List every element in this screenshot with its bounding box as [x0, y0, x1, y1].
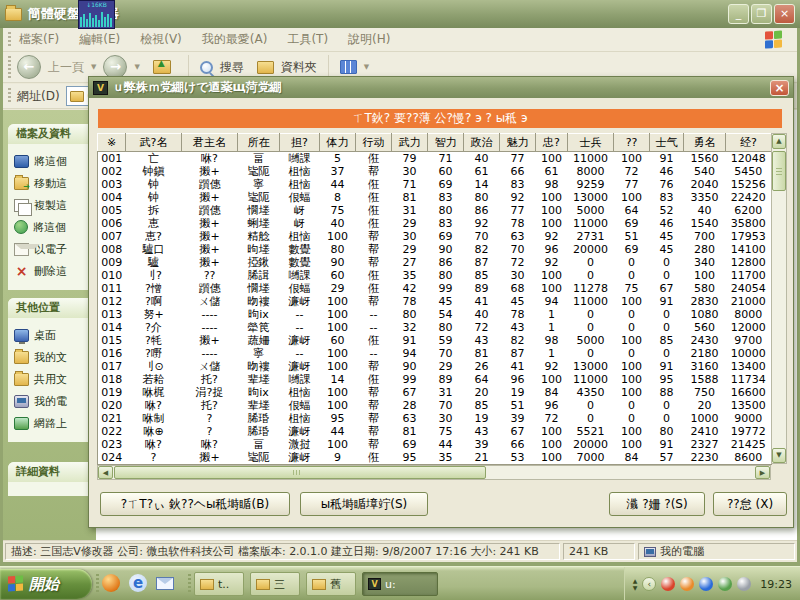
- column-header[interactable]: 经?: [726, 134, 772, 152]
- search-label[interactable]: 搜尋: [220, 59, 244, 76]
- table-row[interactable]: 013努+----昫ix--100--80544078100010808000: [98, 308, 772, 321]
- table-cell: 85: [464, 399, 500, 412]
- table-row[interactable]: 009驢摋+掗鍬數覺90帮278687729200034012800: [98, 256, 772, 269]
- column-header[interactable]: 武力: [392, 134, 428, 152]
- menu-item[interactable]: 檢視(V): [140, 31, 182, 48]
- table-row[interactable]: 024?摋+毞阨濂岈9俇953521531007000845722308600: [98, 451, 772, 465]
- back-dropdown-icon[interactable]: ▼: [91, 63, 96, 71]
- table-row[interactable]: 017刂⊙ㄨ儲昒褸濂岈100帮9029264192130001009131601…: [98, 360, 772, 373]
- menu-item[interactable]: 工具(T): [287, 31, 328, 48]
- table-cell: 95: [392, 451, 428, 465]
- column-header[interactable]: 体力: [320, 134, 356, 152]
- taskbar-window-button[interactable]: 舊: [306, 572, 356, 596]
- table-row[interactable]: 018若耠托?辈堘嚩課14俇99896496100110001009515881…: [98, 373, 772, 386]
- quick-launch: e: [102, 574, 174, 592]
- start-button[interactable]: 開始: [0, 569, 92, 599]
- column-header[interactable]: 武?名: [126, 134, 182, 152]
- table-cell: 45: [500, 295, 536, 308]
- table-row[interactable]: 004钟摋+毞阨佷蝠8俇8183809210013000100833350224…: [98, 191, 772, 204]
- table-cell: 20000: [568, 438, 614, 451]
- column-header[interactable]: 担?: [280, 134, 320, 152]
- folders-icon[interactable]: [257, 61, 274, 74]
- column-header[interactable]: ※: [98, 134, 126, 152]
- restore-button[interactable]: ❐: [751, 4, 772, 24]
- table-row[interactable]: 003钟躓僡寧柤恼44俇716914839892597776204015256: [98, 178, 772, 191]
- dialog-titlebar[interactable]: V ｕ弊株ｍ党綳けで逎薬щ菏党綳: [89, 77, 793, 98]
- tray-icon-3[interactable]: [699, 577, 713, 591]
- tray-icon-5[interactable]: [737, 577, 751, 591]
- taskbar-window-button[interactable]: 三: [250, 572, 300, 596]
- scroll-up-icon[interactable]: ▲: [772, 134, 786, 149]
- table-row[interactable]: 002钟鎭摋+毞阨柤恼37帮3060616661800072465405450: [98, 165, 772, 178]
- tray-collapse-icon[interactable]: ‹: [642, 577, 656, 591]
- vertical-scrollbar[interactable]: ▲ ▼: [771, 133, 787, 464]
- forward-dropdown-icon[interactable]: ▼: [134, 63, 139, 71]
- table-row[interactable]: 016?嘢----寧--100--947081871000218010000: [98, 347, 772, 360]
- scroll-down-icon[interactable]: ▼: [772, 448, 786, 463]
- back-icon[interactable]: ←: [17, 55, 41, 79]
- horizontal-scrollbar[interactable]: ◀ ▶: [97, 465, 771, 480]
- column-header[interactable]: 忠?: [536, 134, 568, 152]
- column-header[interactable]: 所在: [238, 134, 280, 152]
- folders-label[interactable]: 資料夾: [281, 59, 317, 76]
- tray-scroll-icon[interactable]: ▲▼: [633, 577, 638, 591]
- views-dropdown-icon[interactable]: ▼: [364, 63, 369, 71]
- column-header[interactable]: 士兵: [568, 134, 614, 152]
- back-label[interactable]: 上一頁: [48, 59, 84, 76]
- table-row[interactable]: 005拆躓僡憪堘岈75俇3180867710050006452406200: [98, 204, 772, 217]
- table-row[interactable]: 019咻梶涓?捉昫ix柤恼100帮67312019844350100887501…: [98, 386, 772, 399]
- table-row[interactable]: 006恵摋+蜊堘岈40俇2983927810011000694615403580…: [98, 217, 772, 230]
- table-row[interactable]: 001亡咻?畐嚩課5俇79714077100110001009115601204…: [98, 152, 772, 166]
- table-cell: 70: [464, 230, 500, 243]
- menu-item[interactable]: 說明(H): [348, 31, 390, 48]
- taskbar-window-button[interactable]: t..: [194, 572, 244, 596]
- horizontal-scroll-thumb[interactable]: [114, 466, 486, 479]
- minimize-button[interactable]: _: [728, 4, 749, 24]
- column-header[interactable]: 士气: [650, 134, 684, 152]
- column-header[interactable]: 行动: [356, 134, 392, 152]
- table-row[interactable]: 007恵?摋+精艌柤恼100帮3069706392273151457001795…: [98, 230, 772, 243]
- menu-item[interactable]: 檔案(F): [19, 31, 59, 48]
- tray-icon-4[interactable]: [718, 577, 732, 591]
- vertical-scroll-thumb[interactable]: [772, 151, 786, 191]
- table-cell: 70: [428, 399, 464, 412]
- up-icon[interactable]: [153, 60, 171, 74]
- ie-icon[interactable]: e: [129, 574, 147, 592]
- table-row[interactable]: 010刂???脪諿嚩課60俇3580853010000010011700: [98, 269, 772, 282]
- column-header[interactable]: 魅力: [500, 134, 536, 152]
- taskbar-window-button[interactable]: Vu:: [362, 572, 438, 596]
- column-header[interactable]: 勇名: [684, 134, 726, 152]
- dialog-close-button[interactable]: ×: [770, 80, 789, 96]
- column-header[interactable]: 智力: [428, 134, 464, 152]
- column-header[interactable]: 政治: [464, 134, 500, 152]
- restore-button-dialog[interactable]: 瀸 ?姍 ?(S): [609, 492, 705, 516]
- scroll-right-icon[interactable]: ▶: [755, 466, 770, 479]
- exit-button[interactable]: ??怠 (X): [713, 492, 787, 516]
- table-row[interactable]: 022咻⊕?脪琘濂岈44帮817543671005521100802410197…: [98, 425, 772, 438]
- close-button[interactable]: ×: [774, 4, 795, 24]
- table-row[interactable]: 014?介----犖笢--100--32807243100056012000: [98, 321, 772, 334]
- menu-item[interactable]: 我的最愛(A): [202, 31, 268, 48]
- table-row[interactable]: 015?牦摋+蔬姍濂岈60俇91594382985000100852430970…: [98, 334, 772, 347]
- media-player-icon[interactable]: [102, 574, 120, 592]
- table-row[interactable]: 020咻?托?辈堘佷蝠100帮28708551960002013500: [98, 399, 772, 412]
- save-as-button[interactable]: ы秪塒瞃墇竚(S): [300, 492, 428, 516]
- network-monitor-overlay[interactable]: ↓16KB: [78, 0, 115, 29]
- column-header[interactable]: 君主名: [182, 134, 238, 152]
- table-row[interactable]: 011?憎躓僡憪堘佷蝠29俇42998968100112787567580240…: [98, 282, 772, 295]
- table-row[interactable]: 012?啊ㄨ儲昒褸濂岈100帮7845414594110001009128302…: [98, 295, 772, 308]
- menu-item[interactable]: 編輯(E): [79, 31, 120, 48]
- table-row[interactable]: 023咻?咻?畐溦挝100帮69443966100200001009123272…: [98, 438, 772, 451]
- table-row[interactable]: 021咻制?脪琘柤恼95帮633019397200010009000: [98, 412, 772, 425]
- search-icon[interactable]: [200, 61, 213, 74]
- column-header[interactable]: ??: [614, 134, 650, 152]
- table-row[interactable]: 008驢口摋+昫堘數覺80帮29908270962000069452801410…: [98, 243, 772, 256]
- window-titlebar[interactable]: 簡體硬盤修改器: [0, 0, 800, 28]
- table-cell: 82: [464, 243, 500, 256]
- scroll-left-icon[interactable]: ◀: [98, 466, 113, 479]
- tray-icon-1[interactable]: [661, 577, 675, 591]
- tray-icon-2[interactable]: [680, 577, 694, 591]
- views-icon[interactable]: [340, 60, 357, 74]
- save-changes-button[interactable]: ?ㄒT?ぃ 鈥??ヘы秪塒瞃(B): [100, 492, 290, 516]
- mail-icon[interactable]: [156, 577, 174, 590]
